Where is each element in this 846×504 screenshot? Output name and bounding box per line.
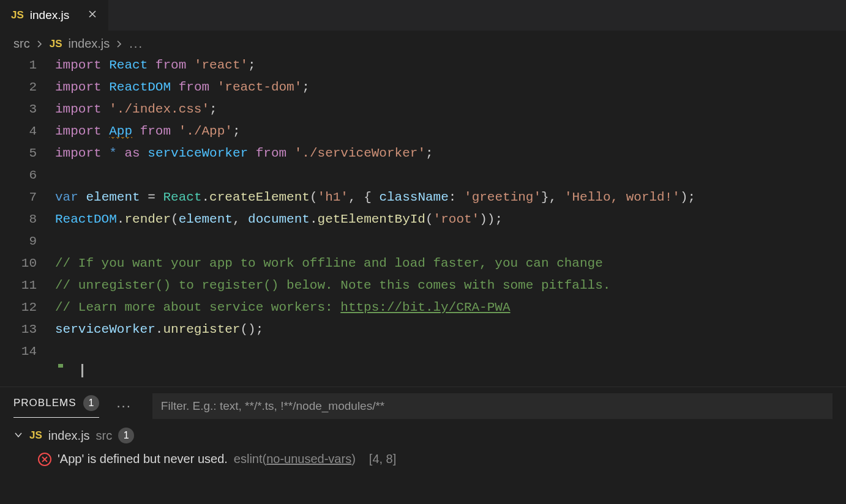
panel-tab-label: PROBLEMS [13,397,76,409]
problem-source: eslint(no-unused-vars) [234,452,356,466]
line-number: 13 [0,319,55,341]
tab-index-js[interactable]: JS index.js [0,0,108,31]
line-number: 6 [0,165,55,187]
line-number: 10 [0,253,55,275]
breadcrumb-folder[interactable]: src [13,37,30,51]
js-icon: JS [50,38,62,50]
line-number: 3 [0,98,55,120]
panel-header: PROBLEMS 1 ··· [0,387,846,419]
problem-group[interactable]: JS index.js src 1 [0,419,846,447]
problem-item[interactable]: 'App' is defined but never used. eslint(… [0,447,846,471]
line-number: 5 [0,143,55,165]
problem-rule-link[interactable]: no-unused-vars [266,452,351,465]
tab-problems[interactable]: PROBLEMS 1 [13,395,99,418]
code-editor[interactable]: 1import React from 'react'; 2import Reac… [0,54,846,377]
breadcrumb-file[interactable]: index.js [68,37,110,51]
line-number: 9 [0,231,55,253]
comment-link[interactable]: https://bit.ly/CRA-PWA [340,300,510,314]
line-number: 7 [0,187,55,209]
more-icon[interactable]: ··· [116,398,131,414]
line-number: 2 [0,76,55,98]
problem-group-path: src [96,429,113,443]
problem-group-file: index.js [48,429,90,443]
chevron-right-icon [116,37,123,51]
problems-filter-input[interactable] [152,393,833,419]
problem-group-count-badge: 1 [118,428,134,443]
line-number: 4 [0,120,55,143]
chevron-down-icon [13,429,23,443]
tab-bar: JS index.js [0,0,846,31]
js-icon: JS [11,9,24,21]
chevron-right-icon [36,37,43,51]
close-icon[interactable] [88,9,97,22]
breadcrumb-ellipsis[interactable]: ... [129,37,143,51]
line-number: 11 [0,275,55,297]
problems-count-badge: 1 [83,395,99,411]
line-number: 12 [0,297,55,319]
warning-squiggle[interactable]: App [109,124,132,139]
problem-location: [4, 8] [369,452,396,466]
line-number: 1 [0,54,55,76]
line-number: 8 [0,209,55,231]
line-number: 14 [0,341,55,363]
error-icon [38,453,51,466]
cursor-indicator [0,364,846,377]
tab-filename: index.js [30,9,69,22]
js-icon: JS [29,429,42,442]
breadcrumb[interactable]: src JS index.js ... [0,31,846,54]
problem-message: 'App' is defined but never used. [58,452,228,466]
problems-panel: PROBLEMS 1 ··· JS index.js src 1 'App' i… [0,387,846,504]
